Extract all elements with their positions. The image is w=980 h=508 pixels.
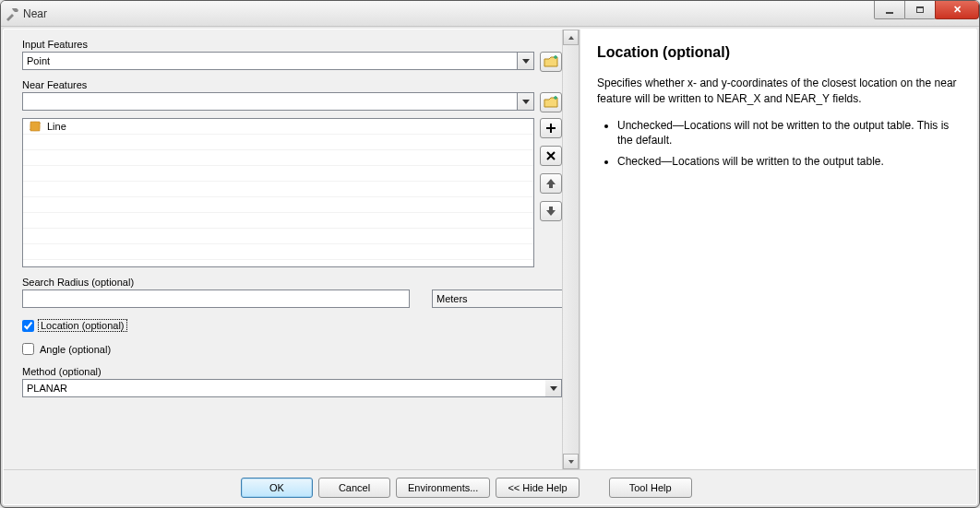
dialog-body: Input Features Near Features [3,29,977,505]
method-select[interactable] [22,379,545,397]
line-feature-icon [29,121,42,132]
remove-item-button[interactable] [540,146,562,166]
window-controls: ✕ [874,1,979,19]
maximize-button[interactable] [904,1,936,19]
input-features-input[interactable] [22,52,518,70]
method-dropdown-button[interactable] [545,379,562,397]
titlebar[interactable]: Near ✕ [1,1,979,27]
method-label: Method (optional) [13,366,562,377]
scroll-down-button[interactable] [563,454,579,469]
search-radius-input[interactable] [22,289,410,308]
scroll-up-button[interactable] [563,30,579,45]
minimize-button[interactable] [874,1,905,19]
move-down-button[interactable] [540,201,562,221]
near-features-label: Near Features [13,79,562,90]
add-item-button[interactable] [540,118,562,138]
near-features-browse-button[interactable] [540,92,562,112]
search-radius-label: Search Radius (optional) [13,277,562,288]
environments-button[interactable]: Environments... [396,478,490,498]
tool-dialog-window: Near ✕ Input Features [0,0,980,508]
near-features-input[interactable] [22,92,518,111]
help-pane: Location (optional) Specifies whether x-… [580,30,976,469]
window-title: Near [23,7,975,20]
ok-button[interactable]: OK [241,478,313,498]
close-button[interactable]: ✕ [935,1,979,19]
cancel-button[interactable]: Cancel [318,478,390,498]
units-dropdown-button[interactable] [568,289,579,308]
move-up-button[interactable] [540,173,562,194]
button-bar: OK Cancel Environments... << Hide Help T… [4,469,976,504]
hammer-icon [5,6,19,21]
location-checkbox-label[interactable]: Location (optional) [38,319,127,332]
list-item[interactable]: Line [23,119,533,135]
input-features-label: Input Features [13,39,562,50]
help-list: Unchecked—Locations will not be written … [617,118,960,170]
list-item-label: Line [47,121,66,132]
units-select[interactable] [432,289,568,308]
parameters-pane: Input Features Near Features [4,30,580,469]
input-features-dropdown-button[interactable] [518,52,534,70]
location-checkbox[interactable] [22,320,34,332]
near-features-dropdown-button[interactable] [518,92,534,111]
help-list-item: Checked—Locations will be written to the… [617,154,960,170]
angle-checkbox-label[interactable]: Angle (optional) [38,344,113,355]
hide-help-button[interactable]: << Hide Help [496,478,579,498]
near-features-list[interactable]: Line [22,118,534,267]
help-title: Location (optional) [597,44,960,61]
help-list-item: Unchecked—Locations will not be written … [617,118,960,149]
tool-help-button[interactable]: Tool Help [609,478,692,498]
angle-checkbox[interactable] [22,343,34,355]
help-paragraph: Specifies whether x- and y-coordinates o… [597,76,960,107]
input-features-browse-button[interactable] [540,52,562,72]
